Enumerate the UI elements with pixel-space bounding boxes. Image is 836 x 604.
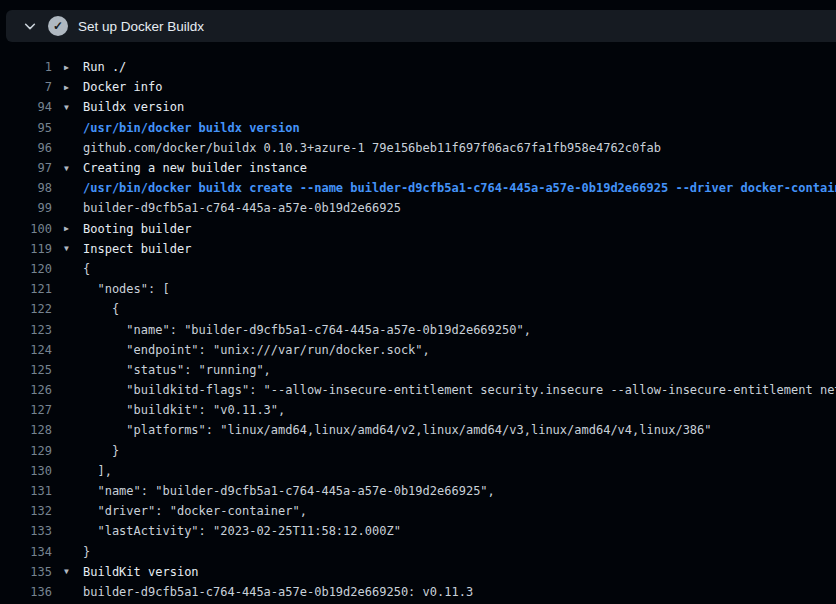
log-line-text: Creating a new builder instance bbox=[83, 161, 307, 175]
step-header-set-up-docker-buildx[interactable]: ✓ Set up Docker Buildx bbox=[6, 10, 836, 42]
log-line: 122 { bbox=[0, 299, 836, 319]
log-line-text: "name": "builder-d9cfb5a1-c764-445a-a57e… bbox=[83, 323, 531, 337]
log-line-text: "name": "builder-d9cfb5a1-c764-445a-a57e… bbox=[83, 484, 495, 498]
line-number[interactable]: 95 bbox=[0, 121, 52, 135]
log-line-text: Booting builder bbox=[83, 222, 191, 236]
triangle-right-icon: ▶ bbox=[64, 63, 83, 72]
log-line-text: "nodes": [ bbox=[83, 282, 170, 296]
log-group-expanded[interactable]: 97 ▼ Creating a new builder instance bbox=[0, 158, 836, 178]
log-line-text: "buildkitd-flags": "--allow-insecure-ent… bbox=[83, 383, 836, 397]
log-line-text: "status": "running", bbox=[83, 363, 271, 377]
line-number[interactable]: 130 bbox=[0, 464, 52, 478]
line-number[interactable]: 135 bbox=[0, 565, 52, 579]
log-line-text: github.com/docker/buildx 0.10.3+azure-1 … bbox=[83, 141, 661, 155]
line-number[interactable]: 127 bbox=[0, 403, 52, 417]
line-number[interactable]: 124 bbox=[0, 343, 52, 357]
triangle-down-icon: ▼ bbox=[64, 164, 83, 173]
log-line-text: "platforms": "linux/amd64,linux/amd64/v2… bbox=[83, 423, 712, 437]
log-group-collapsed[interactable]: 1 ▶ Run ./ bbox=[0, 57, 836, 77]
log-line: 132 "driver": "docker-container", bbox=[0, 501, 836, 521]
log-line: 95 /usr/bin/docker buildx version bbox=[0, 118, 836, 138]
line-number[interactable]: 96 bbox=[0, 141, 52, 155]
log-line: 131 "name": "builder-d9cfb5a1-c764-445a-… bbox=[0, 481, 836, 501]
log-line: 134 } bbox=[0, 542, 836, 562]
line-number[interactable]: 136 bbox=[0, 585, 52, 599]
log-line-text: Buildx version bbox=[83, 100, 184, 114]
log-group-expanded[interactable]: 94 ▼ Buildx version bbox=[0, 97, 836, 117]
line-number[interactable]: 121 bbox=[0, 282, 52, 296]
line-number[interactable]: 97 bbox=[0, 161, 52, 175]
log-line: 120 { bbox=[0, 259, 836, 279]
log-line-text: ], bbox=[83, 464, 112, 478]
line-number[interactable]: 133 bbox=[0, 524, 52, 538]
log-line-text: } bbox=[83, 545, 90, 559]
check-circle-icon: ✓ bbox=[48, 16, 68, 36]
log-line-text: "driver": "docker-container", bbox=[83, 504, 307, 518]
log-line: 127 "buildkit": "v0.11.3", bbox=[0, 400, 836, 420]
line-number[interactable]: 99 bbox=[0, 201, 52, 215]
log-group-collapsed[interactable]: 100 ▶ Booting builder bbox=[0, 219, 836, 239]
line-number[interactable]: 94 bbox=[0, 100, 52, 114]
log-line: 99 builder-d9cfb5a1-c764-445a-a57e-0b19d… bbox=[0, 198, 836, 218]
line-number[interactable]: 134 bbox=[0, 545, 52, 559]
log-line-text: /usr/bin/docker buildx create --name bui… bbox=[83, 181, 836, 195]
log-line-text: Docker info bbox=[83, 80, 162, 94]
log-line: 98 /usr/bin/docker buildx create --name … bbox=[0, 178, 836, 198]
log-line-text: builder-d9cfb5a1-c764-445a-a57e-0b19d2e6… bbox=[83, 201, 401, 215]
log-output: 1 ▶ Run ./ 7 ▶ Docker info 94 ▼ Buildx v… bbox=[0, 42, 836, 602]
log-line-text: "buildkit": "v0.11.3", bbox=[83, 403, 285, 417]
step-title: Set up Docker Buildx bbox=[78, 19, 204, 34]
line-number[interactable]: 128 bbox=[0, 423, 52, 437]
log-line: 121 "nodes": [ bbox=[0, 279, 836, 299]
triangle-down-icon: ▼ bbox=[64, 244, 83, 253]
line-number[interactable]: 119 bbox=[0, 242, 52, 256]
line-number[interactable]: 98 bbox=[0, 181, 52, 195]
log-line: 130 ], bbox=[0, 461, 836, 481]
log-line: 96 github.com/docker/buildx 0.10.3+azure… bbox=[0, 138, 836, 158]
log-line: 133 "lastActivity": "2023-02-25T11:58:12… bbox=[0, 521, 836, 541]
log-line-text: Run ./ bbox=[83, 60, 126, 74]
log-line-text: { bbox=[83, 302, 119, 316]
log-line: 129 } bbox=[0, 441, 836, 461]
line-number[interactable]: 123 bbox=[0, 323, 52, 337]
line-number[interactable]: 7 bbox=[0, 80, 52, 94]
log-line-text: { bbox=[83, 262, 90, 276]
line-number[interactable]: 120 bbox=[0, 262, 52, 276]
log-line: 128 "platforms": "linux/amd64,linux/amd6… bbox=[0, 420, 836, 440]
line-number[interactable]: 100 bbox=[0, 222, 52, 236]
line-number[interactable]: 125 bbox=[0, 363, 52, 377]
log-line: 125 "status": "running", bbox=[0, 360, 836, 380]
triangle-down-icon: ▼ bbox=[64, 103, 83, 112]
log-line: 126 "buildkitd-flags": "--allow-insecure… bbox=[0, 380, 836, 400]
line-number[interactable]: 1 bbox=[0, 60, 52, 74]
line-number[interactable]: 131 bbox=[0, 484, 52, 498]
line-number[interactable]: 132 bbox=[0, 504, 52, 518]
log-line-text: Inspect builder bbox=[83, 242, 191, 256]
log-line-text: BuildKit version bbox=[83, 565, 199, 579]
log-group-collapsed[interactable]: 7 ▶ Docker info bbox=[0, 77, 836, 97]
line-number[interactable]: 129 bbox=[0, 444, 52, 458]
triangle-right-icon: ▶ bbox=[64, 224, 83, 233]
log-group-expanded[interactable]: 135 ▼ BuildKit version bbox=[0, 562, 836, 582]
triangle-down-icon: ▼ bbox=[64, 567, 83, 576]
triangle-right-icon: ▶ bbox=[64, 83, 83, 92]
log-line: 136 builder-d9cfb5a1-c764-445a-a57e-0b19… bbox=[0, 582, 836, 602]
chevron-down-icon[interactable] bbox=[22, 18, 38, 34]
log-line: 123 "name": "builder-d9cfb5a1-c764-445a-… bbox=[0, 319, 836, 339]
log-line-text: /usr/bin/docker buildx version bbox=[83, 121, 300, 135]
log-line: 124 "endpoint": "unix:///var/run/docker.… bbox=[0, 340, 836, 360]
log-group-expanded[interactable]: 119 ▼ Inspect builder bbox=[0, 239, 836, 259]
line-number[interactable]: 122 bbox=[0, 302, 52, 316]
log-line-text: } bbox=[83, 444, 119, 458]
log-line-text: "lastActivity": "2023-02-25T11:58:12.000… bbox=[83, 524, 401, 538]
log-line-text: "endpoint": "unix:///var/run/docker.sock… bbox=[83, 343, 430, 357]
line-number[interactable]: 126 bbox=[0, 383, 52, 397]
log-line-text: builder-d9cfb5a1-c764-445a-a57e-0b19d2e6… bbox=[83, 585, 473, 599]
